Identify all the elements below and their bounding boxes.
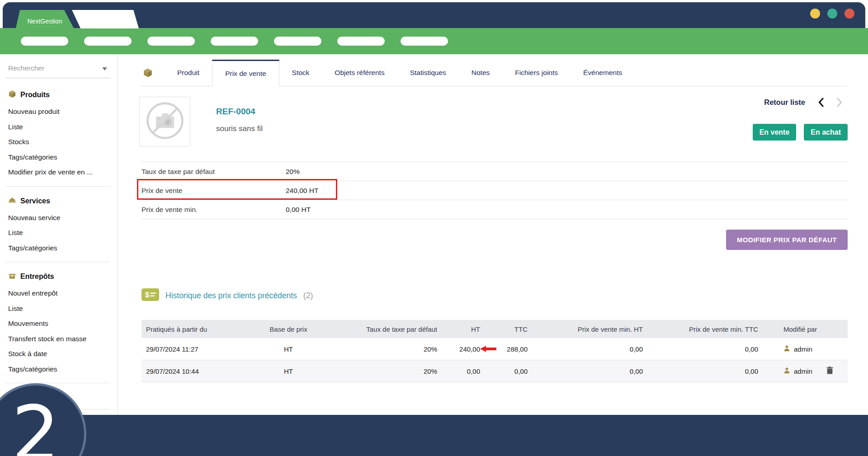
sidebar-section-produits: Produits Nouveau produit Liste Stocks Ta…: [8, 90, 117, 180]
chevron-right-icon[interactable]: [836, 98, 843, 107]
cell-base: HT: [245, 338, 331, 360]
package-icon: [143, 60, 153, 86]
modifier-prix-button[interactable]: MODIFIER PRIX PAR DÉFAUT: [726, 230, 848, 250]
detail-label: Prix de vente min.: [142, 206, 286, 214]
divider: [5, 186, 110, 187]
cloche-icon: [8, 196, 16, 206]
sidebar-item-nouveau-service[interactable]: Nouveau service: [8, 210, 117, 226]
sidebar-section-title: Services: [20, 197, 50, 205]
nav-item-redacted[interactable]: [274, 37, 321, 46]
cell-ht: 240,00: [444, 338, 487, 360]
cell-min-ht: 0,00: [535, 360, 650, 382]
warehouse-icon: [8, 272, 16, 282]
col-header: Prix de vente min. HT: [535, 320, 650, 338]
col-header-actions: [826, 320, 848, 338]
package-icon: [8, 90, 16, 100]
en-vente-button[interactable]: En vente: [753, 124, 797, 141]
sidebar-item-nouveau-produit[interactable]: Nouveau produit: [8, 104, 117, 119]
col-header: HT: [444, 320, 487, 338]
detail-row: Prix de vente min. 0,00 HT: [142, 200, 848, 219]
price-details: Taux de taxe par défaut 20% Prix de vent…: [142, 162, 848, 219]
user-name: admin: [794, 367, 812, 375]
sidebar-item-liste-produits[interactable]: Liste: [8, 119, 117, 135]
cell-base: HT: [245, 360, 331, 382]
search-input[interactable]: Rechercher: [5, 61, 110, 78]
nav-item-redacted[interactable]: [211, 37, 258, 46]
nav-item-redacted[interactable]: [337, 37, 385, 46]
sidebar-item-liste-entrepots[interactable]: Liste: [8, 301, 117, 316]
tab-bar: Produit Prix de vente Stock Objets référ…: [140, 60, 848, 86]
sidebar-item-stock-a-date[interactable]: Stock à date: [8, 346, 117, 362]
brand-tab[interactable]: NextGestion: [16, 10, 74, 28]
product-image-placeholder: [139, 97, 190, 146]
chevron-down-icon[interactable]: [102, 64, 107, 72]
table-row: 29/07/2024 10:44 HT 20% 0,00 0,00 0,00 0…: [142, 360, 848, 382]
sidebar-item-tags-services[interactable]: Tags/catégories: [8, 240, 117, 256]
sidebar-item-modifier-prix[interactable]: Modifier prix de vente en ...: [8, 165, 117, 180]
redacted-tab[interactable]: [72, 10, 139, 28]
table-header-row: Pratiqués à partir du Base de prix Taux …: [142, 320, 848, 338]
nav-item-redacted[interactable]: [147, 37, 195, 46]
en-achat-button[interactable]: En achat: [804, 124, 848, 141]
sidebar-item-tags-entrepots[interactable]: Tags/catégories: [8, 362, 117, 377]
cell-ttc: 0,00: [487, 360, 535, 382]
sidebar-item-tags-produits[interactable]: Tags/catégories: [8, 150, 117, 165]
cell-taux: 20%: [331, 338, 444, 360]
main-nav-bar: [0, 28, 868, 54]
trash-icon[interactable]: [826, 367, 833, 374]
sidebar-section-title: Produits: [20, 91, 50, 99]
detail-row: Taux de taxe par défaut 20%: [142, 162, 848, 181]
no-camera-icon: [143, 99, 187, 144]
cell-actions: [826, 338, 848, 360]
nav-item-redacted[interactable]: [401, 37, 448, 46]
sidebar-item-mouvements[interactable]: Mouvements: [8, 316, 117, 331]
tab-fichiers-joints[interactable]: Fichiers joints: [502, 60, 571, 86]
sidebar-item-transfert-stock[interactable]: Transfert stock en masse: [8, 331, 117, 347]
tab-prix-de-vente[interactable]: Prix de vente: [212, 60, 279, 86]
tab-stock[interactable]: Stock: [279, 60, 322, 86]
window-controls: [810, 9, 854, 19]
product-name: souris sans fil: [216, 124, 263, 133]
sidebar-item-stocks[interactable]: Stocks: [8, 134, 117, 150]
history-count: (2): [303, 291, 313, 301]
cell-actions: [826, 360, 848, 382]
window-control-red[interactable]: [844, 9, 854, 19]
chevron-left-icon[interactable]: [817, 98, 824, 107]
cell-ttc: 288,00: [487, 338, 535, 360]
col-header: Prix de vente min. TTC: [650, 320, 765, 338]
app-window: NextGestion Rechercher: [0, 0, 868, 456]
tab-notes[interactable]: Notes: [459, 60, 503, 86]
detail-label: Taux de taxe par défaut: [142, 168, 286, 176]
user-icon: [783, 345, 790, 353]
tab-objets-referents[interactable]: Objets référents: [322, 60, 397, 86]
detail-label: Prix de vente: [142, 187, 286, 195]
sidebar-item-liste-services[interactable]: Liste: [8, 225, 117, 240]
divider: [5, 383, 110, 383]
cell-min-ttc: 0,00: [650, 338, 765, 360]
window-control-yellow[interactable]: [810, 9, 820, 19]
tab-produit[interactable]: Produit: [165, 60, 212, 86]
user-icon: [783, 367, 790, 375]
sidebar-item-nouvel-entrepot[interactable]: Nouvel entrepôt: [8, 286, 117, 301]
price-history-table: Pratiqués à partir du Base de prix Taux …: [142, 320, 848, 382]
divider: [5, 262, 110, 262]
cell-date: 29/07/2024 10:44: [142, 360, 245, 382]
cell-min-ht: 0,00: [535, 338, 650, 360]
price-list-icon: $: [142, 288, 159, 303]
table-row: 29/07/2024 11:27 HT 20% 240,00 288,00 0,…: [142, 338, 848, 360]
sidebar-section-title: Entrepôts: [20, 273, 54, 281]
sidebar-section-services: Services Nouveau service Liste Tags/caté…: [8, 196, 117, 256]
detail-row: Prix de vente 240,00 HT: [142, 181, 848, 200]
cell-user: admin: [765, 338, 826, 360]
nav-item-redacted[interactable]: [21, 37, 68, 46]
nav-item-redacted[interactable]: [84, 37, 132, 46]
tab-evenements[interactable]: Événements: [571, 60, 635, 86]
retour-liste-link[interactable]: Retour liste: [764, 98, 805, 107]
col-header: Pratiqués à partir du: [142, 320, 245, 338]
brand-label: NextGestion: [27, 18, 62, 25]
window-control-teal[interactable]: [827, 9, 837, 19]
detail-value: 240,00 HT: [286, 187, 318, 195]
tab-statistiques[interactable]: Statistiques: [397, 60, 459, 86]
svg-text:$: $: [145, 291, 149, 299]
col-header: Taux de taxe par défaut: [331, 320, 444, 338]
